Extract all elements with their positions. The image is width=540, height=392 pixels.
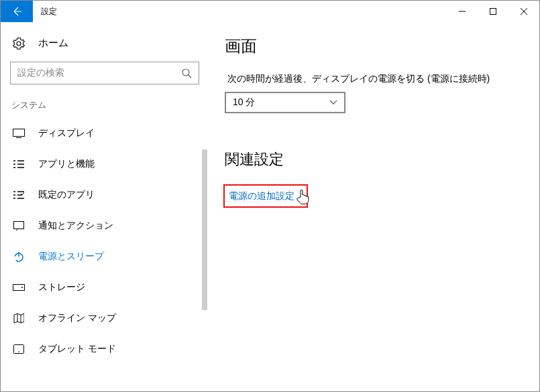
nav-label: ディスプレイ [38, 127, 95, 139]
sidebar-item-storage[interactable]: ストレージ [1, 272, 209, 303]
scrollbar-thumb[interactable] [202, 149, 207, 310]
back-button[interactable] [1, 1, 33, 22]
section-title-screen: 画面 [225, 36, 521, 57]
arrow-left-icon [11, 6, 22, 17]
sidebar-item-offline-maps[interactable]: オフライン マップ [1, 303, 209, 334]
screen-off-label: 次の時間が経過後、ディスプレイの電源を切る (電源に接続時) [227, 73, 521, 85]
nav-label: 既定のアプリ [38, 189, 95, 201]
tablet-icon [11, 344, 26, 354]
svg-point-1 [182, 69, 189, 76]
search-placeholder: 設定の検索 [17, 67, 181, 79]
nav-list: ディスプレイ アプリと機能 既定のアプリ 通知とアクション 電源とスリープ スト… [1, 118, 209, 365]
power-icon [11, 251, 26, 262]
nav-label: アプリと機能 [38, 158, 95, 170]
svg-rect-2 [13, 129, 25, 137]
map-icon [11, 313, 26, 324]
sidebar-home[interactable]: ホーム [1, 37, 209, 62]
defaults-icon [11, 190, 26, 200]
sidebar-item-apps[interactable]: アプリと機能 [1, 149, 209, 180]
minimize-button[interactable] [447, 1, 478, 22]
close-icon [521, 8, 527, 15]
search-icon [181, 68, 192, 78]
section-label: システム [1, 96, 209, 118]
titlebar: 設定 [1, 1, 539, 22]
svg-point-6 [21, 287, 23, 288]
sidebar-item-defaults[interactable]: 既定のアプリ [1, 180, 209, 210]
main-pane: 画面 次の時間が経過後、ディスプレイの電源を切る (電源に接続時) 10 分 関… [209, 22, 539, 391]
select-value: 10 分 [233, 96, 255, 109]
pointer-cursor-icon [296, 188, 311, 206]
notifications-icon [11, 221, 26, 231]
nav-label: オフライン マップ [38, 312, 116, 324]
display-icon [11, 129, 26, 138]
screen-off-select[interactable]: 10 分 [225, 92, 345, 113]
additional-power-settings-link[interactable]: 電源の追加設定 [229, 190, 294, 201]
nav-label: 通知とアクション [38, 220, 113, 232]
nav-label: ストレージ [38, 281, 85, 293]
window-controls [447, 1, 539, 22]
sidebar-item-display[interactable]: ディスプレイ [1, 118, 209, 149]
apps-icon [11, 159, 26, 169]
section-title-related: 関連設定 [225, 149, 521, 170]
svg-rect-0 [490, 9, 496, 15]
minimize-icon [459, 8, 466, 15]
chevron-down-icon [329, 100, 337, 105]
maximize-icon [490, 8, 496, 15]
nav-label: タブレット モード [38, 343, 116, 355]
sidebar-item-notifications[interactable]: 通知とアクション [1, 210, 209, 241]
svg-point-8 [18, 351, 19, 352]
nav-label: 電源とスリープ [38, 251, 104, 263]
maximize-button[interactable] [478, 1, 508, 22]
storage-icon [11, 284, 26, 291]
gear-icon [11, 38, 26, 50]
search-input[interactable]: 設定の検索 [10, 62, 199, 84]
svg-rect-3 [14, 222, 24, 229]
sidebar-item-tablet[interactable]: タブレット モード [1, 334, 209, 365]
sidebar-scrollbar[interactable] [201, 149, 209, 392]
app-title: 設定 [41, 6, 57, 17]
close-button[interactable] [508, 1, 539, 22]
sidebar-item-power[interactable]: 電源とスリープ [1, 241, 209, 272]
sidebar: ホーム 設定の検索 システム ディスプレイ アプリと機能 既定のアプリ [1, 22, 209, 391]
home-label: ホーム [38, 37, 68, 50]
